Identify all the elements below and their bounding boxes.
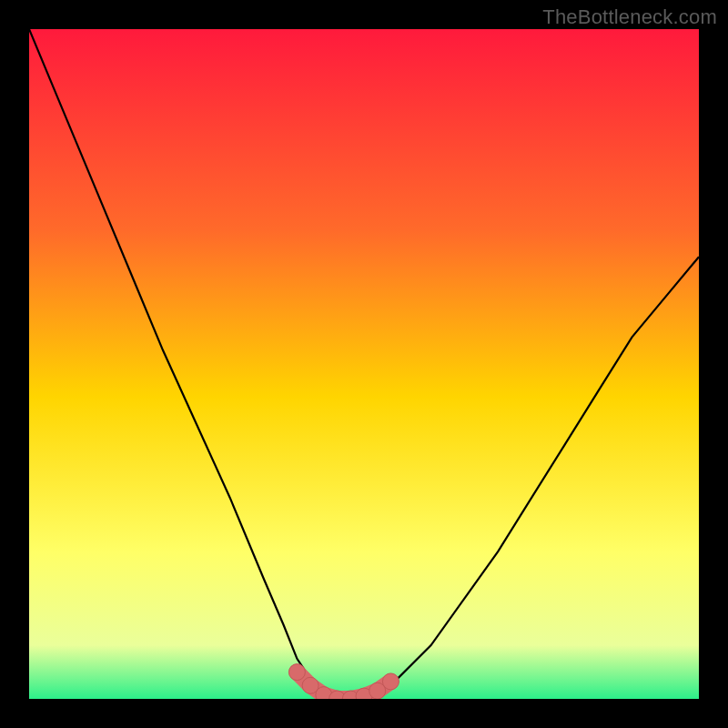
gradient-background [29, 29, 699, 699]
optimal-zone-dot [382, 673, 399, 690]
watermark-text: TheBottleneck.com [542, 5, 717, 29]
bottleneck-chart [29, 29, 699, 699]
chart-frame [29, 29, 699, 699]
optimal-zone-dot [288, 664, 305, 681]
